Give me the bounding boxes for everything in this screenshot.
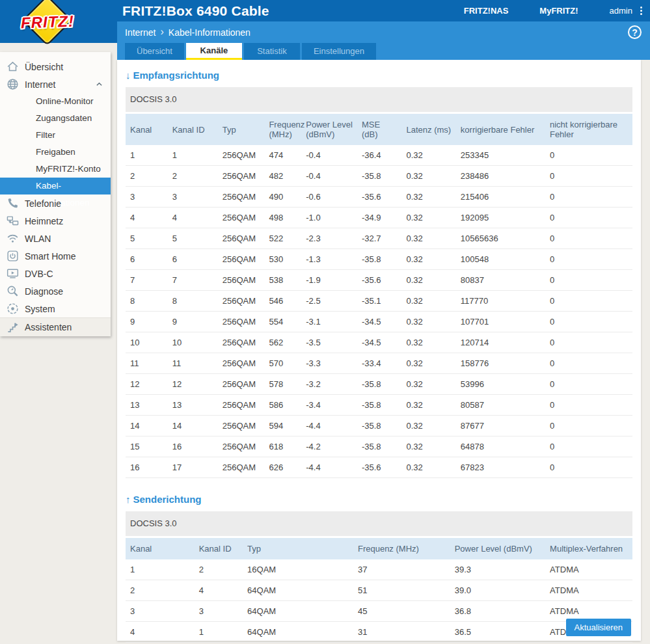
smarthome-icon [7, 250, 19, 262]
cell: 5 [126, 228, 168, 249]
cell: 2 [126, 166, 168, 187]
assistant-icon [7, 321, 19, 334]
cell: 9 [126, 312, 168, 332]
sidebar-item-zugangsdaten[interactable]: Zugangsdaten [0, 110, 111, 127]
cell: 4 [195, 580, 243, 601]
cell: 256QAM [218, 291, 265, 312]
table-row: 1010256QAM562-3.5-34.50.321207140 [126, 332, 632, 353]
cell: 2 [126, 580, 195, 601]
sidebar-item-dvb-c[interactable]: DVB-C [0, 265, 111, 282]
cell: 80837 [456, 270, 545, 291]
nav-fritznas-link[interactable]: FRITZ!NAS [464, 6, 509, 16]
cell: 0.32 [402, 166, 456, 187]
sidebar-item-system[interactable]: System [0, 300, 111, 317]
column-header-typ: Typ [218, 114, 265, 145]
sidebar-item-wlan[interactable]: WLAN [0, 230, 111, 247]
sidebar-item-assistenten[interactable]: Assistenten [0, 317, 111, 336]
cell: -1.3 [301, 249, 357, 270]
nav-myfritz-link[interactable]: MyFRITZ! [539, 6, 578, 16]
cell: 554 [264, 312, 301, 332]
sidebar-item-label: Übersicht [25, 62, 63, 72]
cell: -36.4 [357, 145, 402, 166]
tab-uebersicht[interactable]: Übersicht [125, 43, 184, 60]
cell: 0.32 [402, 374, 456, 395]
tab-kanaele[interactable]: Kanäle [186, 43, 242, 60]
cell: 0.32 [402, 457, 456, 478]
cell: 256QAM [218, 228, 265, 249]
down-arrow-icon: ↓ [126, 70, 131, 81]
cell: 0.32 [402, 416, 456, 436]
cell: 0 [545, 208, 632, 228]
cell: -33.4 [357, 353, 402, 374]
cell: 256QAM [218, 395, 265, 416]
cell: 256QAM [218, 187, 265, 208]
admin-user-label[interactable]: admin [610, 6, 632, 16]
tv-icon [7, 267, 19, 280]
cell: 87677 [456, 416, 545, 436]
cell: 2 [195, 559, 243, 580]
sidebar-item-kabel-informationen[interactable]: Kabel-Informationen [0, 178, 111, 195]
column-header-kanal-id: Kanal ID [195, 538, 243, 559]
cell: -35.6 [357, 457, 402, 478]
column-header-nicht-korrigierbare-fehler: nicht korrigierbare Fehler [545, 114, 632, 145]
cell: 0 [545, 353, 632, 374]
tab-statistik[interactable]: Statistik [244, 43, 300, 60]
header-row: KanalKanal IDTypFrequenz (MHz)Power Leve… [126, 538, 632, 559]
cell: 238486 [456, 166, 545, 187]
sidebar-item-smart-home[interactable]: Smart Home [0, 247, 111, 265]
cell: 45 [353, 601, 450, 622]
cell: 0.32 [402, 187, 456, 208]
help-icon[interactable]: ? [628, 25, 642, 39]
cell: -3.5 [301, 332, 357, 353]
cell: 11 [126, 353, 168, 374]
cell: -0.6 [301, 187, 357, 208]
sidebar-item-uebersicht[interactable]: Übersicht [0, 58, 111, 75]
cell: 117770 [456, 291, 545, 312]
sidebar-item-heimnetz[interactable]: Heimnetz [0, 212, 111, 230]
cell: 0 [545, 332, 632, 353]
cell: -32.7 [357, 228, 402, 249]
tab-bar: ÜbersichtKanäleStatistikEinstellungen [117, 43, 650, 60]
sidebar-item-filter[interactable]: Filter [0, 127, 111, 144]
cell: -35.8 [357, 374, 402, 395]
upstream-heading: ↑Senderichtung [126, 494, 632, 505]
cell: 64878 [456, 436, 545, 457]
network-icon [7, 215, 19, 227]
table-row: 1216QAM3739.3ATDMA [126, 559, 632, 580]
cell: -35.8 [357, 249, 402, 270]
cell: 4 [126, 208, 168, 228]
breadcrumb-section[interactable]: Internet [125, 27, 156, 38]
column-header-kanal-id: Kanal ID [168, 114, 218, 145]
sidebar-item-myfritz-konto[interactable]: MyFRITZ!-Konto [0, 161, 111, 178]
sidebar-item-diagnose[interactable]: Diagnose [0, 282, 111, 300]
cell: 36.5 [450, 622, 545, 643]
refresh-button[interactable]: Aktualisieren [566, 619, 631, 636]
cell: 0 [545, 395, 632, 416]
cell: 256QAM [218, 270, 265, 291]
cell: 0 [545, 436, 632, 457]
column-header-mse-db: MSE (dB) [357, 114, 402, 145]
sidebar-item-online-monitor[interactable]: Online-Monitor [0, 93, 111, 110]
cell: 570 [264, 353, 301, 374]
fritz-logo[interactable]: FRITZ! [0, 0, 117, 43]
tab-einstellungen[interactable]: Einstellungen [302, 43, 376, 60]
sidebar-item-freigaben[interactable]: Freigaben [0, 144, 111, 161]
cell: 256QAM [218, 374, 265, 395]
cell: 562 [264, 332, 301, 353]
cell: 256QAM [218, 332, 265, 353]
globe-icon [7, 78, 19, 90]
home-icon [7, 60, 19, 73]
kebab-menu-icon[interactable] [638, 5, 645, 17]
header-row: KanalKanal IDTypFrequenz (MHz)Power Leve… [126, 114, 632, 145]
table-row: 1313256QAM586-3.4-35.80.32805870 [126, 395, 632, 416]
column-header-frequenz-mhz: Frequenz (MHz) [353, 538, 450, 559]
cell: 0.32 [402, 228, 456, 249]
cell: -35.8 [357, 416, 402, 436]
sidebar-item-internet[interactable]: Internet [0, 75, 111, 93]
cell: 586 [264, 395, 301, 416]
cell: 0 [545, 166, 632, 187]
cell: -4.2 [301, 436, 357, 457]
cell: 0 [545, 145, 632, 166]
cell: 0.32 [402, 208, 456, 228]
cell: -4.4 [301, 457, 357, 478]
